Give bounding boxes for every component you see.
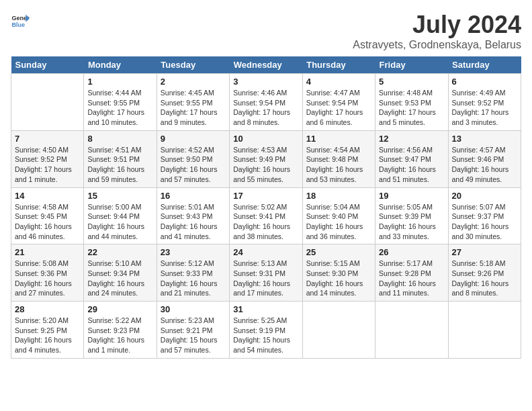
calendar-cell: 15Sunrise: 5:00 AM Sunset: 9:44 PM Dayli… [84,187,157,244]
calendar-cell [375,302,448,359]
calendar-cell: 2Sunrise: 4:45 AM Sunset: 9:55 PM Daylig… [157,74,229,131]
cell-info: Sunrise: 4:57 AM Sunset: 9:46 PM Dayligh… [452,145,517,185]
calendar-cell: 30Sunrise: 5:23 AM Sunset: 9:21 PM Dayli… [157,302,229,359]
calendar-cell: 7Sunrise: 4:50 AM Sunset: 9:52 PM Daylig… [11,130,84,187]
cell-info: Sunrise: 5:18 AM Sunset: 9:26 PM Dayligh… [452,259,517,298]
cell-date: 27 [452,247,517,257]
calendar-cell: 25Sunrise: 5:15 AM Sunset: 9:30 PM Dayli… [302,244,375,302]
cell-info: Sunrise: 4:48 AM Sunset: 9:53 PM Dayligh… [379,88,444,128]
cell-date: 4 [306,77,371,87]
cell-date: 21 [15,247,80,257]
cell-date: 10 [233,134,298,144]
cell-date: 14 [15,191,80,201]
day-header-monday: Monday [84,56,157,74]
cell-date: 13 [452,134,517,144]
calendar-week-1: 1Sunrise: 4:44 AM Sunset: 9:55 PM Daylig… [11,74,521,131]
calendar-week-4: 21Sunrise: 5:08 AM Sunset: 9:36 PM Dayli… [11,244,521,302]
day-header-tuesday: Tuesday [157,56,229,74]
calendar-cell: 8Sunrise: 4:51 AM Sunset: 9:51 PM Daylig… [84,130,157,187]
cell-info: Sunrise: 5:05 AM Sunset: 9:39 PM Dayligh… [379,202,444,242]
calendar-cell: 26Sunrise: 5:17 AM Sunset: 9:28 PM Dayli… [375,244,448,302]
cell-info: Sunrise: 5:12 AM Sunset: 9:33 PM Dayligh… [161,259,226,298]
cell-info: Sunrise: 4:53 AM Sunset: 9:49 PM Dayligh… [233,145,298,185]
page-header: General Blue July 2024 Astravyets, Grodn… [11,11,521,51]
calendar-cell: 6Sunrise: 4:49 AM Sunset: 9:52 PM Daylig… [448,74,521,131]
calendar-cell: 17Sunrise: 5:02 AM Sunset: 9:41 PM Dayli… [230,187,302,244]
cell-info: Sunrise: 4:56 AM Sunset: 9:47 PM Dayligh… [379,145,444,185]
calendar-cell: 16Sunrise: 5:01 AM Sunset: 9:43 PM Dayli… [157,187,229,244]
cell-info: Sunrise: 4:46 AM Sunset: 9:54 PM Dayligh… [233,88,298,128]
calendar-cell: 27Sunrise: 5:18 AM Sunset: 9:26 PM Dayli… [448,244,521,302]
day-header-friday: Friday [375,56,448,74]
calendar-cell: 18Sunrise: 5:04 AM Sunset: 9:40 PM Dayli… [302,187,375,244]
cell-date: 5 [379,77,444,87]
calendar-cell: 31Sunrise: 5:25 AM Sunset: 9:19 PM Dayli… [230,302,302,359]
cell-info: Sunrise: 5:04 AM Sunset: 9:40 PM Dayligh… [306,202,371,242]
calendar-week-5: 28Sunrise: 5:20 AM Sunset: 9:25 PM Dayli… [11,302,521,359]
calendar-cell: 12Sunrise: 4:56 AM Sunset: 9:47 PM Dayli… [375,130,448,187]
cell-date: 15 [87,191,152,201]
cell-date: 17 [233,191,298,201]
cell-info: Sunrise: 4:45 AM Sunset: 9:55 PM Dayligh… [161,88,226,128]
cell-date: 2 [161,77,226,87]
cell-info: Sunrise: 5:23 AM Sunset: 9:21 PM Dayligh… [161,316,226,355]
cell-info: Sunrise: 4:54 AM Sunset: 9:48 PM Dayligh… [306,145,371,185]
cell-info: Sunrise: 5:17 AM Sunset: 9:28 PM Dayligh… [379,259,444,298]
cell-info: Sunrise: 5:15 AM Sunset: 9:30 PM Dayligh… [306,259,371,298]
cell-info: Sunrise: 4:52 AM Sunset: 9:50 PM Dayligh… [161,145,226,185]
cell-date: 30 [161,304,226,314]
calendar-week-2: 7Sunrise: 4:50 AM Sunset: 9:52 PM Daylig… [11,130,521,187]
calendar-cell [302,302,375,359]
calendar-cell: 22Sunrise: 5:10 AM Sunset: 9:34 PM Dayli… [84,244,157,302]
cell-date: 7 [15,134,80,144]
cell-date: 18 [306,191,371,201]
cell-date: 22 [87,247,152,257]
cell-date: 23 [161,247,226,257]
cell-info: Sunrise: 4:51 AM Sunset: 9:51 PM Dayligh… [87,145,152,185]
cell-date: 6 [452,77,517,87]
calendar-cell: 20Sunrise: 5:07 AM Sunset: 9:37 PM Dayli… [448,187,521,244]
cell-info: Sunrise: 5:10 AM Sunset: 9:34 PM Dayligh… [87,259,152,298]
day-header-saturday: Saturday [448,56,521,74]
cell-info: Sunrise: 4:47 AM Sunset: 9:54 PM Dayligh… [306,88,371,128]
calendar-header-row: SundayMondayTuesdayWednesdayThursdayFrid… [11,56,521,74]
calendar-week-3: 14Sunrise: 4:58 AM Sunset: 9:45 PM Dayli… [11,187,521,244]
day-header-sunday: Sunday [11,56,84,74]
day-header-wednesday: Wednesday [230,56,302,74]
calendar-cell: 3Sunrise: 4:46 AM Sunset: 9:54 PM Daylig… [230,74,302,131]
cell-date: 25 [306,247,371,257]
cell-info: Sunrise: 5:20 AM Sunset: 9:25 PM Dayligh… [15,316,80,355]
cell-info: Sunrise: 4:58 AM Sunset: 9:45 PM Dayligh… [15,202,80,242]
cell-date: 24 [233,247,298,257]
cell-info: Sunrise: 5:00 AM Sunset: 9:44 PM Dayligh… [87,202,152,242]
cell-date: 19 [379,191,444,201]
calendar-cell: 11Sunrise: 4:54 AM Sunset: 9:48 PM Dayli… [302,130,375,187]
cell-date: 16 [161,191,226,201]
calendar-cell: 5Sunrise: 4:48 AM Sunset: 9:53 PM Daylig… [375,74,448,131]
calendar-table: SundayMondayTuesdayWednesdayThursdayFrid… [11,56,521,359]
svg-text:Blue: Blue [11,21,25,28]
cell-date: 28 [15,304,80,314]
cell-info: Sunrise: 4:44 AM Sunset: 9:55 PM Dayligh… [87,88,152,128]
cell-info: Sunrise: 5:02 AM Sunset: 9:41 PM Dayligh… [233,202,298,242]
cell-date: 1 [87,77,152,87]
logo: General Blue [11,11,30,30]
cell-date: 9 [161,134,226,144]
title-block: July 2024 Astravyets, Grodnenskaya, Bela… [353,11,521,51]
page-subtitle: Astravyets, Grodnenskaya, Belarus [353,39,521,51]
calendar-cell: 14Sunrise: 4:58 AM Sunset: 9:45 PM Dayli… [11,187,84,244]
calendar-cell: 13Sunrise: 4:57 AM Sunset: 9:46 PM Dayli… [448,130,521,187]
cell-date: 8 [87,134,152,144]
day-header-thursday: Thursday [302,56,375,74]
logo-icon: General Blue [11,11,30,30]
cell-info: Sunrise: 5:25 AM Sunset: 9:19 PM Dayligh… [233,316,298,355]
cell-info: Sunrise: 4:49 AM Sunset: 9:52 PM Dayligh… [452,88,517,128]
cell-date: 20 [452,191,517,201]
cell-info: Sunrise: 5:07 AM Sunset: 9:37 PM Dayligh… [452,202,517,242]
cell-info: Sunrise: 5:13 AM Sunset: 9:31 PM Dayligh… [233,259,298,298]
cell-info: Sunrise: 4:50 AM Sunset: 9:52 PM Dayligh… [15,145,80,185]
calendar-cell: 1Sunrise: 4:44 AM Sunset: 9:55 PM Daylig… [84,74,157,131]
cell-date: 3 [233,77,298,87]
calendar-cell: 19Sunrise: 5:05 AM Sunset: 9:39 PM Dayli… [375,187,448,244]
cell-info: Sunrise: 5:22 AM Sunset: 9:23 PM Dayligh… [87,316,152,355]
